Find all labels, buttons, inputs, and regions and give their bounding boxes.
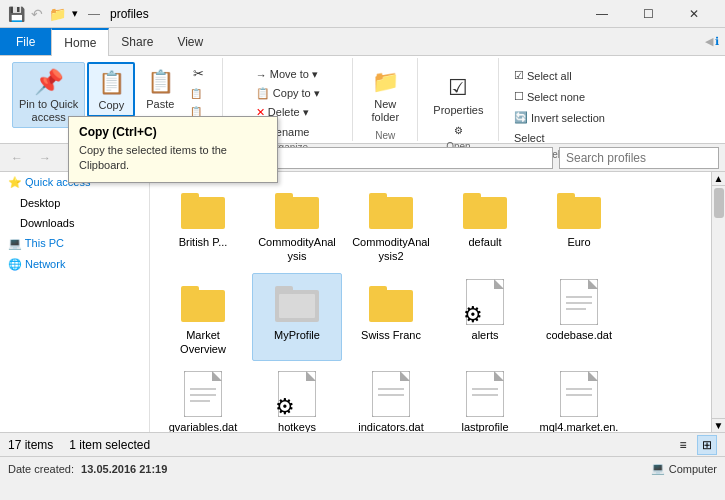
list-item[interactable]: Euro [534,180,624,269]
list-item[interactable]: default [440,180,530,269]
file-icon-mql4-market-en [555,370,603,418]
open-content: ☑ Properties ⚙ [426,58,490,139]
back-button[interactable]: ← [6,147,28,169]
copy-button[interactable]: 📋 Copy [87,62,135,117]
search-input[interactable] [559,147,719,169]
invert-selection-button[interactable]: 🔄 Invert selection [509,108,610,127]
svg-rect-14 [279,294,315,318]
item-label: Market Overview [163,328,243,357]
info-bar: Date created: 13.05.2016 21:19 💻 Compute… [0,456,725,480]
scrollbar[interactable]: ▲ ▼ [711,172,725,432]
scroll-up-button[interactable]: ▲ [712,172,726,186]
scroll-down-button[interactable]: ▼ [712,418,726,432]
list-item[interactable]: British P... [158,180,248,269]
undo-icon[interactable]: ↶ [31,6,43,22]
svg-rect-1 [181,193,199,201]
view-controls: ≡ ⊞ [673,435,717,455]
sidebar-this-pc[interactable]: 💻 This PC [0,233,149,254]
copy-path-button[interactable]: 📋 [185,85,214,102]
move-to-icon: → [256,69,267,81]
open-extra-button[interactable]: ⚙ [449,122,468,139]
computer-info: 💻 Computer [651,462,717,475]
list-item[interactable]: ⚙ hotkeys [252,365,342,432]
list-view-button[interactable]: ≡ [673,435,693,455]
folder-icon-commodity1 [273,185,321,233]
maximize-button[interactable]: ☐ [625,0,671,28]
list-item[interactable]: Swiss Franc [346,273,436,362]
ribbon-group-open: ☑ Properties ⚙ Open [418,58,499,141]
copy-to-button[interactable]: 📋 Copy to ▾ [251,85,325,102]
tab-file[interactable]: File [0,28,51,55]
close-button[interactable]: ✕ [671,0,717,28]
select-content: ☑ Select all ☐ Select none 🔄 Invert sele… [509,58,610,147]
nav-back-arrow[interactable]: ◀ [705,35,713,48]
sidebar: ⭐ Quick access Desktop Downloads 💻 This … [0,172,150,432]
item-label: mql4.market.en.d... [539,420,619,432]
list-item[interactable]: mql4.market.en.d... [534,365,624,432]
quick-save-icon[interactable]: 💾 [8,6,25,22]
move-to-button[interactable]: → Move to ▾ [251,66,325,83]
folder-icon-swissfranc [367,278,415,326]
tab-view[interactable]: View [165,28,215,55]
list-item[interactable]: CommodityAnal ysis [252,180,342,269]
date-label: Date created: 13.05.2016 21:19 [8,463,167,475]
cut-button[interactable]: ✂ [185,62,214,84]
select-button[interactable]: Select [509,129,610,147]
tab-home[interactable]: Home [51,28,109,56]
svg-rect-16 [369,286,387,294]
gear-overlay-icon-hotkeys: ⚙ [275,396,295,418]
open-extra-icon: ⚙ [454,125,463,136]
new-folder-button[interactable]: 📁 New folder [362,62,408,128]
paste-button[interactable]: 📋 Paste [137,62,183,115]
sidebar-network[interactable]: 🌐 Network [0,254,149,275]
dropdown-arrow-icon[interactable]: ▾ [72,7,78,20]
list-item[interactable]: codebase.dat [534,273,624,362]
list-item[interactable]: indicators.dat [346,365,436,432]
select-none-icon: ☐ [514,90,524,103]
svg-rect-8 [557,197,601,229]
select-all-icon: ☑ [514,69,524,82]
folder-icon-euro [555,185,603,233]
forward-button[interactable]: → [34,147,56,169]
icon-view-button[interactable]: ⊞ [697,435,717,455]
file-icon-hotkeys: ⚙ [273,370,321,418]
select-none-button[interactable]: ☐ Select none [509,87,610,106]
svg-rect-3 [275,193,293,201]
tooltip-text: Copy the selected items to the Clipboard… [79,143,267,174]
nav-arrows: ◀ ℹ [215,28,725,55]
scroll-thumb[interactable] [714,188,724,218]
sidebar-downloads[interactable]: Downloads [0,213,149,233]
selected-count: 1 item selected [69,438,150,452]
tab-share[interactable]: Share [109,28,165,55]
minimize-button[interactable]: — [579,0,625,28]
properties-button[interactable]: ☑ Properties [426,68,490,121]
file-content: British P... CommodityAnal ysis [150,172,711,432]
status-bar: 17 items 1 item selected ≡ ⊞ [0,432,725,456]
folder-icon-myprofile [273,278,321,326]
item-label: CommodityAnal ysis2 [351,235,431,264]
gear-overlay-icon: ⚙ [463,304,483,326]
folder-icon-default [461,185,509,233]
title-bar-left: 💾 ↶ 📁 ▾ — profiles [8,6,149,22]
svg-rect-5 [369,193,387,201]
list-item[interactable]: Market Overview [158,273,248,362]
list-item[interactable]: ⚙ alerts [440,273,530,362]
list-item[interactable]: MyProfile [252,273,342,362]
sidebar-desktop[interactable]: Desktop [0,193,149,213]
folder-icon-market [179,278,227,326]
list-item[interactable]: gvariables.dat [158,365,248,432]
list-item[interactable]: lastprofile [440,365,530,432]
properties-icon: ☑ [442,72,474,104]
svg-rect-15 [369,290,413,322]
item-label: Swiss Franc [361,328,421,342]
select-all-button[interactable]: ☑ Select all [509,66,610,85]
nav-forward-arrow[interactable]: ℹ [715,35,719,48]
clipboard-small-btns: ✂ 📋 📋 [185,62,214,120]
list-item[interactable]: CommodityAnal ysis2 [346,180,436,269]
item-label: gvariables.dat [169,420,238,432]
computer-icon: 💻 [651,462,665,475]
item-label: codebase.dat [546,328,612,342]
file-icon-indicators [367,370,415,418]
svg-rect-7 [463,193,481,201]
copy-icon: 📋 [95,67,127,99]
